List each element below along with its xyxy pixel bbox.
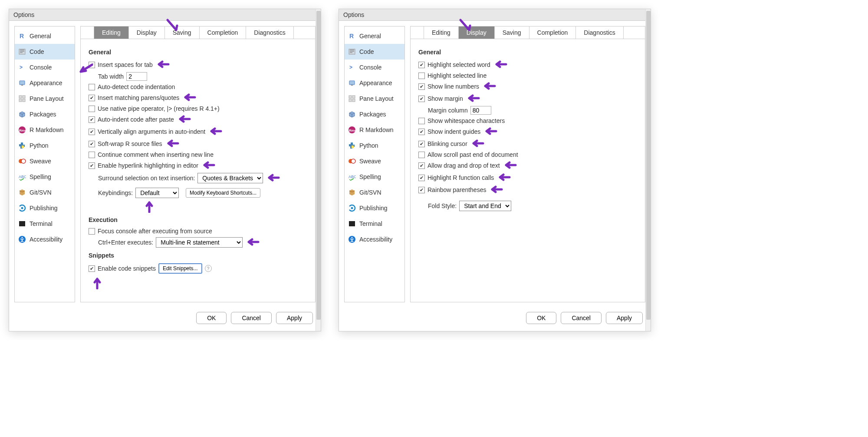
tab-editing[interactable]: Editing	[94, 26, 129, 39]
sidebar-item-sweave[interactable]: Sweave	[15, 153, 75, 169]
svg-point-34	[351, 207, 353, 209]
svg-point-15	[21, 207, 23, 209]
checkbox[interactable]	[418, 96, 425, 102]
checkbox[interactable]	[89, 152, 95, 158]
tab-diagnostics[interactable]: Diagnostics	[575, 26, 623, 39]
sidebar-item-spelling[interactable]: ABCSpelling	[345, 169, 404, 185]
checkbox[interactable]	[418, 83, 425, 90]
sidebar-item-r-markdown[interactable]: RmdR Markdown	[15, 122, 75, 138]
tab-width-input[interactable]	[126, 72, 147, 81]
checkbox[interactable]	[418, 152, 425, 158]
sidebar-item-label: Terminal	[359, 220, 382, 227]
margin-column-input[interactable]	[470, 106, 491, 115]
sidebar-item-spelling[interactable]: ABCSpelling	[15, 169, 75, 185]
sidebar-item-git-svn[interactable]: Git/SVN	[345, 185, 404, 200]
scrollbar[interactable]	[316, 9, 321, 331]
section-snippets: Snippets	[89, 252, 307, 259]
sidebar-item-packages[interactable]: Packages	[15, 106, 75, 122]
python-icon	[348, 142, 356, 149]
checkbox-focus-console[interactable]	[89, 228, 95, 235]
ctrl-enter-select[interactable]: Multi-line R statement	[156, 237, 243, 248]
sidebar-item-accessibility[interactable]: Accessibility	[345, 232, 404, 247]
surround-select[interactable]: Quotes & Brackets	[197, 173, 263, 183]
checkbox[interactable]	[89, 62, 95, 68]
cancel-button[interactable]: Cancel	[561, 312, 602, 324]
checkbox[interactable]	[89, 116, 95, 123]
tab-display[interactable]: Display	[458, 26, 495, 39]
sidebar-item-console[interactable]: >Console	[345, 60, 404, 75]
help-icon[interactable]: ?	[205, 265, 212, 272]
svg-rect-23	[351, 85, 353, 86]
checkbox[interactable]	[418, 187, 425, 193]
sidebar-item-pane-layout[interactable]: Pane Layout	[15, 91, 75, 106]
sidebar-item-general[interactable]: RGeneral	[15, 28, 75, 44]
checkbox[interactable]	[418, 118, 425, 124]
checkbox[interactable]	[89, 162, 95, 169]
tab-completion[interactable]: Completion	[199, 26, 247, 39]
sidebar-item-console[interactable]: >Console	[15, 60, 75, 75]
cancel-button[interactable]: Cancel	[231, 312, 272, 324]
scrollbar[interactable]	[645, 9, 651, 331]
checkbox[interactable]	[89, 106, 95, 112]
keybindings-select[interactable]: Default	[135, 188, 179, 198]
sidebar-item-code[interactable]: Code	[345, 44, 404, 60]
sidebar-item-code[interactable]: Code	[15, 44, 75, 60]
sidebar-item-python[interactable]: Python	[345, 138, 404, 153]
annotation-arrow	[145, 200, 155, 213]
sidebar-item-accessibility[interactable]: Accessibility	[15, 232, 75, 247]
ok-button[interactable]: OK	[526, 312, 556, 324]
checkbox[interactable]	[89, 84, 95, 90]
sidebar-item-label: Console	[30, 64, 52, 71]
sidebar-item-packages[interactable]: Packages	[345, 106, 404, 122]
sidebar-item-python[interactable]: Python	[15, 138, 75, 153]
checkbox-label: Focus console after executing from sourc…	[98, 228, 212, 235]
checkbox[interactable]	[418, 175, 425, 181]
checkbox[interactable]	[418, 162, 425, 169]
checkbox[interactable]	[89, 95, 95, 101]
svg-text:>: >	[349, 64, 352, 70]
modify-shortcuts-button[interactable]: Modify Keyboard Shortcuts...	[186, 188, 260, 198]
sidebar-item-pane-layout[interactable]: Pane Layout	[345, 91, 404, 106]
sidebar-item-terminal[interactable]: Terminal	[15, 216, 75, 232]
apply-button[interactable]: Apply	[276, 312, 313, 324]
sidebar-item-git-svn[interactable]: Git/SVN	[15, 185, 75, 200]
tab-saving[interactable]: Saving	[494, 26, 529, 39]
checkbox-label: Vertically align arguments in auto-inden…	[98, 128, 205, 135]
code-icon	[18, 48, 26, 56]
sidebar-item-label: Sweave	[30, 158, 51, 165]
fold-style-select[interactable]: Start and End	[459, 201, 511, 211]
tab-display[interactable]: Display	[128, 26, 165, 39]
sidebar-item-publishing[interactable]: Publishing	[15, 200, 75, 216]
accessibility-icon	[18, 235, 26, 243]
checkbox-label: Use native pipe operator, |> (requires R…	[98, 105, 220, 112]
sidebar-item-appearance[interactable]: Appearance	[15, 75, 75, 91]
checkbox[interactable]	[89, 129, 95, 135]
tab-saving[interactable]: Saving	[164, 26, 200, 39]
checkbox-enable-snippets[interactable]	[89, 265, 95, 272]
annotation-arrow	[93, 276, 102, 289]
checkbox-label: Auto-detect code indentation	[98, 83, 175, 90]
sidebar-item-r-markdown[interactable]: RmdR Markdown	[345, 122, 404, 138]
sidebar-item-terminal[interactable]: Terminal	[345, 216, 404, 232]
sidebar-item-label: Publishing	[30, 205, 58, 212]
ok-button[interactable]: OK	[196, 312, 227, 324]
tab-diagnostics[interactable]: Diagnostics	[246, 26, 293, 39]
checkbox[interactable]	[418, 141, 425, 147]
edit-snippets-button[interactable]: Edit Snippets...	[158, 263, 202, 274]
sidebar-item-sweave[interactable]: Sweave	[345, 153, 404, 169]
checkbox[interactable]	[418, 73, 425, 79]
tab-completion[interactable]: Completion	[529, 26, 576, 39]
spelling-icon: ABC	[18, 173, 26, 181]
apply-button[interactable]: Apply	[606, 312, 643, 324]
checkbox[interactable]	[418, 129, 425, 135]
ctrl-enter-label: Ctrl+Enter executes:	[98, 239, 153, 246]
sidebar-item-appearance[interactable]: Appearance	[345, 75, 404, 91]
svg-point-37	[352, 237, 353, 238]
content-panel: EditingDisplaySavingCompletionDiagnostic…	[410, 26, 645, 302]
tab-editing[interactable]: Editing	[424, 26, 459, 39]
checkbox[interactable]	[89, 141, 95, 147]
sidebar-item-publishing[interactable]: Publishing	[345, 200, 404, 216]
sidebar-item-general[interactable]: RGeneral	[345, 28, 404, 44]
svg-text:R: R	[349, 33, 354, 40]
checkbox[interactable]	[418, 62, 425, 68]
